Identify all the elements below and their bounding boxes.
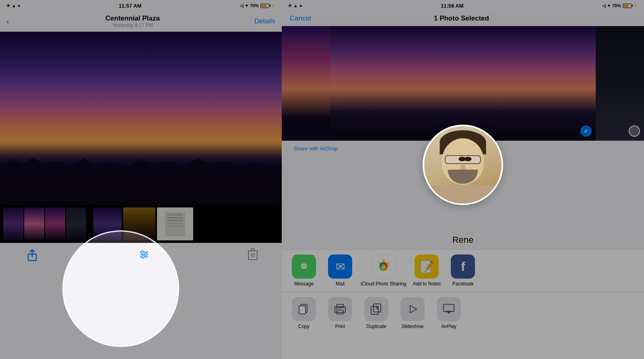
grid-photo-1[interactable] [282,26,330,141]
right-phone: ✈ ▲ ● 11:58 AM ◁ ✦ 70% ⚡ Cancel 1 Photo … [282,0,644,359]
print-icon-svg [334,304,346,315]
print-icon [328,297,352,321]
contact-section: Rene [282,157,644,249]
share-icon [27,248,38,262]
cancel-button[interactable]: Cancel [290,14,311,23]
signal-icon: ● [18,3,21,8]
svg-point-17 [303,266,305,267]
right-signal-icon: ● [299,3,302,8]
share-mail[interactable]: ✉ Mail [324,254,356,287]
grid-photo-2[interactable]: ✓ [330,26,596,141]
thumb-6[interactable] [123,207,155,240]
svg-rect-32 [444,304,454,312]
right-battery-icon [623,4,632,8]
adjust-button[interactable] [138,249,150,262]
status-bar-left: ✈ ▲ ● 11:57 AM ◁ ✦ 70% ⚡ [0,0,282,11]
svg-point-6 [144,253,147,256]
charging-icon: ⚡ [271,4,275,8]
copy-label: Copy [298,324,310,329]
status-bar-right: ✈ ▲ ● 11:58 AM ◁ ✦ 70% ⚡ [282,0,644,11]
album-subtitle: Yesterday 8:17 PM [105,23,160,28]
svg-point-16 [301,266,303,267]
photo-count-title: 1 Photo Selected [434,14,489,23]
adjust-icon [138,249,150,260]
status-right-icons: ◁ ✦ 70% ⚡ [240,3,275,8]
back-button[interactable]: ‹ [6,17,11,25]
facebook-label: Facebook [452,281,474,287]
selection-check-2[interactable]: ✓ [580,125,592,137]
thumb-3[interactable] [45,207,65,240]
share-message[interactable]: Message [288,254,320,287]
thumb-1[interactable] [3,207,23,240]
notes-icon: 📝 [415,254,439,279]
right-wifi-icon: ▲ [293,3,298,8]
back-chevron-icon: ‹ [6,17,9,25]
nav-title-group: Centennial Plaza Yesterday 8:17 PM [105,14,160,28]
checkmark-icon: ✓ [584,128,588,134]
thumbnail-strip[interactable] [0,205,282,243]
svg-rect-22 [299,306,305,314]
share-sheet: Message ✉ Mail [282,249,644,359]
thumb-5[interactable] [93,207,122,240]
duplicate-icon [364,297,388,321]
tree-silhouette [0,152,282,176]
grid-photo-3[interactable] [596,26,644,141]
copy-icon-svg [298,303,310,316]
facebook-icon: f [451,254,475,279]
selection-circle-3[interactable] [629,125,640,137]
airplay-label: AirPlay [441,324,456,329]
thumb-2[interactable] [24,207,44,240]
share-notes[interactable]: 📝 Add to Notes [411,254,442,287]
trash-icon [248,248,258,261]
copy-icon [292,297,316,321]
share-button[interactable] [24,248,40,262]
bluetooth-icon: ✦ [245,3,248,8]
right-airplane-icon: ✈ [288,3,292,8]
left-time: 11:57 AM [119,3,142,9]
mail-icon: ✉ [328,254,352,279]
app-share-row: Message ✉ Mail [282,250,644,292]
slideshow-icon-svg [407,304,418,315]
action-airplay[interactable]: AirPlay [433,297,464,329]
print-label: Print [335,324,345,329]
svg-marker-33 [446,311,452,314]
action-copy[interactable]: Copy [288,297,320,329]
photo-grid: ✓ [282,26,644,141]
right-status-left: ✈ ▲ ● [288,3,302,8]
battery-icon-left [260,4,269,8]
message-icon-svg [297,260,310,273]
action-row: Copy Print [282,292,644,334]
slideshow-label: Slideshow [402,324,424,329]
notes-label: Add to Notes [413,281,441,287]
car-silhouettes [0,174,282,197]
right-status-right: ◁ ✦ 70% ⚡ [602,3,638,8]
thumb-4[interactable] [66,207,86,240]
status-left-icons: ✈ ▲ ● [6,3,21,8]
sunset-photo [0,32,282,205]
contact-avatar[interactable] [423,125,503,205]
thumb-doc[interactable] [157,207,193,240]
location-icon: ◁ [240,3,243,8]
action-slideshow[interactable]: Slideshow [397,297,428,329]
nav-bar-right: Cancel 1 Photo Selected [282,11,644,26]
right-battery-percent: 70% [612,3,621,8]
share-icloud-photos[interactable]: iCloud Photo Sharing [361,254,406,287]
svg-point-7 [142,256,144,258]
action-duplicate[interactable]: Duplicate [361,297,392,329]
action-print[interactable]: Print [324,297,356,329]
share-facebook[interactable]: f Facebook [447,254,479,287]
message-label: Message [294,281,314,287]
album-title: Centennial Plaza [105,14,160,23]
selected-thumbnails [3,207,86,240]
contact-name: Rene [452,235,474,245]
photos-label: iCloud Photo Sharing [361,281,406,287]
airdrop-label: Share with AirDrop [294,146,337,152]
delete-button[interactable] [248,248,258,262]
right-location-icon: ◁ [602,3,605,8]
svg-rect-10 [251,249,254,251]
svg-point-5 [141,251,143,253]
details-button[interactable]: Details [254,17,275,25]
photos-icon [372,254,396,279]
airplay-icon [437,297,461,321]
main-photo [0,32,282,205]
